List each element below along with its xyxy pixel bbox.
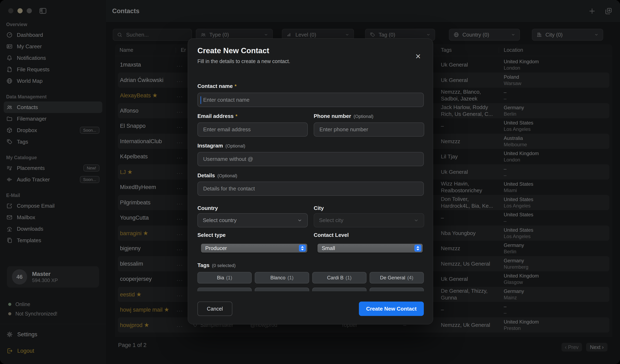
chip-name: Cardi B <box>327 275 343 281</box>
email-label: Email address* <box>197 113 237 119</box>
chip-name: Blanco <box>270 275 285 281</box>
city-label: City <box>314 205 324 211</box>
modal-title: Create New Contact <box>197 46 269 55</box>
modal-subtitle: Fill in the details to create a new cont… <box>197 58 290 64</box>
instagram-field-wrapper <box>197 152 424 166</box>
details-field-wrapper <box>197 182 424 196</box>
app-window: OverviewDashboardMy CareerNotificationsF… <box>0 0 620 364</box>
type-label: Select type <box>197 232 226 238</box>
country-select[interactable]: Select country <box>197 213 308 228</box>
chip-name: Bia <box>217 275 224 281</box>
chip-name: De General <box>380 275 405 281</box>
create-contact-modal: Create New Contact Fill in the details t… <box>188 38 433 324</box>
tag-chip-cardi-b[interactable]: Cardi B(1) <box>312 272 367 284</box>
city-select[interactable]: Select city <box>314 213 424 228</box>
tag-chips-row2-clipped <box>197 288 424 291</box>
instagram-field[interactable] <box>198 152 423 166</box>
chip-count: (1) <box>345 275 352 281</box>
tag-chip-bia[interactable]: Bia(1) <box>197 272 252 284</box>
contact-name-field-wrapper <box>197 93 424 107</box>
details-label: Details(Optional) <box>197 172 237 179</box>
email-field-wrapper <box>197 122 308 136</box>
type-select[interactable]: Producer <box>201 244 307 253</box>
tags-label: Tags(0 selected) <box>197 262 236 269</box>
cancel-button[interactable]: Cancel <box>197 302 232 316</box>
stepper-icon <box>299 245 306 252</box>
create-contact-button[interactable]: Create New Contact <box>359 302 424 316</box>
phone-field-wrapper <box>314 122 424 136</box>
tag-chip[interactable] <box>197 288 252 291</box>
contact-name-label: Contact name* <box>197 83 236 89</box>
details-field[interactable] <box>198 182 423 195</box>
text-caret <box>201 96 201 104</box>
instagram-label: Instagram(Optional) <box>197 143 245 149</box>
tag-chip-de-general[interactable]: De General(4) <box>370 272 424 284</box>
country-label: Country <box>197 205 218 211</box>
email-field[interactable] <box>198 123 307 136</box>
contact-level-select[interactable]: Small <box>317 244 423 253</box>
tag-chip[interactable] <box>255 288 309 291</box>
phone-field[interactable] <box>314 123 424 136</box>
tag-chip[interactable] <box>312 288 367 291</box>
chip-count: (1) <box>226 275 232 281</box>
stepper-icon <box>414 245 421 252</box>
phone-label: Phone number(Optional) <box>314 113 373 119</box>
contact-name-field[interactable] <box>198 93 423 106</box>
level-label: Contact Level <box>314 232 349 238</box>
tag-chip[interactable] <box>370 288 424 291</box>
chevron-down-icon <box>414 218 419 223</box>
tag-chip-blanco[interactable]: Blanco(1) <box>255 272 309 284</box>
chevron-down-icon <box>297 218 302 223</box>
close-icon[interactable]: × <box>412 50 424 62</box>
chip-count: (4) <box>407 275 413 281</box>
chip-count: (1) <box>287 275 293 281</box>
